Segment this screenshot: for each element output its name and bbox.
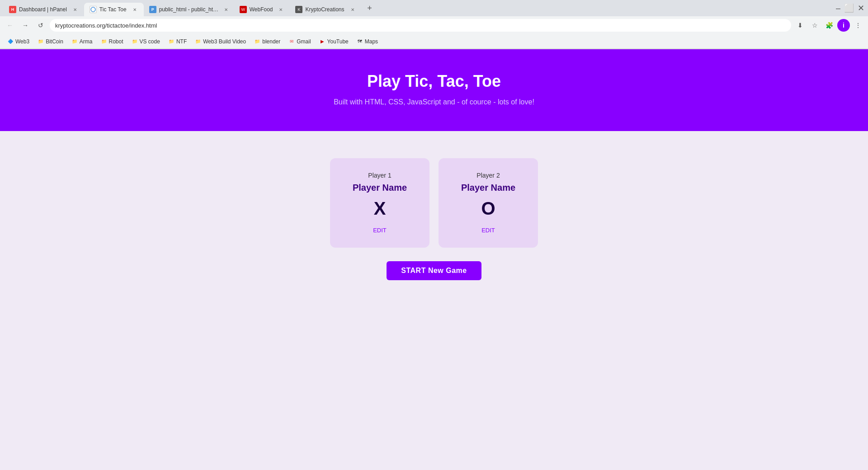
close-window-button[interactable]: ✕ bbox=[858, 3, 864, 13]
tab-favicon-webfood: W bbox=[240, 6, 247, 13]
bookmark-gmail[interactable]: ✉ Gmail bbox=[285, 37, 314, 47]
bookmark-bitcoin[interactable]: 📁 BitCoin bbox=[34, 37, 67, 47]
tab-favicon-tictactoe bbox=[90, 6, 97, 13]
page-title: Play Tic, Tac, Toe bbox=[0, 72, 868, 91]
forward-button[interactable]: → bbox=[19, 19, 32, 32]
tab-close-krypto[interactable]: ✕ bbox=[349, 6, 356, 13]
bookmark-label-web3-video: Web3 Build Video bbox=[203, 38, 246, 45]
bookmark-label-vscode: VS code bbox=[140, 38, 160, 45]
extension-icon-puzzle[interactable]: 🧩 bbox=[823, 19, 835, 32]
bookmark-label-maps: Maps bbox=[365, 38, 378, 45]
bookmark-web3[interactable]: 🔷 Web3 bbox=[4, 37, 33, 47]
player1-edit-button[interactable]: EDIT bbox=[373, 227, 387, 234]
svg-point-0 bbox=[91, 7, 95, 12]
address-input[interactable] bbox=[50, 19, 791, 32]
bookmark-blender[interactable]: 📁 blender bbox=[250, 37, 284, 47]
bookmark-youtube[interactable]: ▶ YouTube bbox=[316, 37, 352, 47]
bookmark-label-youtube: YouTube bbox=[327, 38, 349, 45]
toolbar-icons: ⬇ ☆ 🧩 i ⋮ bbox=[794, 19, 864, 32]
reload-button[interactable]: ↺ bbox=[34, 19, 47, 32]
maximize-button[interactable]: ⬜ bbox=[844, 3, 854, 13]
player1-name: Player Name bbox=[348, 183, 411, 193]
bookmark-favicon-vscode: 📁 bbox=[132, 38, 138, 45]
tab-webfood[interactable]: W WebFood ✕ bbox=[234, 3, 290, 16]
tab-tictactoe[interactable]: Tic Tac Toe ✕ bbox=[84, 3, 144, 16]
bookmark-favicon-bitcoin: 📁 bbox=[38, 38, 44, 45]
tab-close-tictactoe[interactable]: ✕ bbox=[131, 6, 138, 13]
player2-label: Player 2 bbox=[457, 172, 520, 179]
bookmark-label-bitcoin: BitCoin bbox=[46, 38, 63, 45]
tab-title-filemanager: public_html - public_html - publ... bbox=[159, 6, 219, 13]
back-button[interactable]: ← bbox=[4, 19, 16, 32]
bookmark-favicon-gmail: ✉ bbox=[288, 38, 295, 45]
profile-icon[interactable]: i bbox=[837, 19, 850, 32]
tab-close-webfood[interactable]: ✕ bbox=[277, 6, 284, 13]
bookmark-favicon-robot: 📁 bbox=[101, 38, 107, 45]
tab-close-hpanel[interactable]: ✕ bbox=[71, 6, 79, 13]
bookmark-favicon-web3: 🔷 bbox=[7, 38, 14, 45]
players-container: Player 1 Player Name X EDIT Player 2 Pla… bbox=[330, 158, 538, 248]
bookmark-favicon-web3-video: 📁 bbox=[195, 38, 201, 45]
page-subtitle: Built with HTML, CSS, JavaScript and - o… bbox=[0, 98, 868, 106]
player2-name: Player Name bbox=[457, 183, 520, 193]
player2-edit-button[interactable]: EDIT bbox=[481, 227, 495, 234]
window-controls: – ⬜ ✕ bbox=[836, 3, 864, 13]
bookmark-favicon-arma: 📁 bbox=[71, 38, 78, 45]
bookmark-label-ntf: NTF bbox=[176, 38, 187, 45]
bookmark-maps[interactable]: 🗺 Maps bbox=[353, 37, 382, 47]
bookmark-favicon-ntf: 📁 bbox=[168, 38, 175, 45]
tab-title-hpanel: Dashboard | hPanel bbox=[19, 6, 67, 13]
bookmark-star-icon[interactable]: ☆ bbox=[808, 19, 821, 32]
bookmark-web3-video[interactable]: 📁 Web3 Build Video bbox=[191, 37, 250, 47]
browser-chrome: H Dashboard | hPanel ✕ Tic Tac Toe ✕ P p… bbox=[0, 0, 868, 49]
player2-card: Player 2 Player Name O EDIT bbox=[439, 158, 538, 248]
tab-favicon-filemanager: P bbox=[149, 6, 156, 13]
tab-favicon-krypto: K bbox=[295, 6, 302, 13]
minimize-button[interactable]: – bbox=[836, 4, 840, 13]
player1-label: Player 1 bbox=[348, 172, 411, 179]
bookmark-label-arma: Arma bbox=[80, 38, 93, 45]
new-tab-button[interactable]: + bbox=[363, 2, 376, 14]
bookmark-label-robot: Robot bbox=[109, 38, 123, 45]
bookmark-robot[interactable]: 📁 Robot bbox=[97, 37, 127, 47]
bookmark-favicon-maps: 🗺 bbox=[357, 38, 363, 45]
bookmark-favicon-blender: 📁 bbox=[254, 38, 260, 45]
bookmark-label-blender: blender bbox=[262, 38, 280, 45]
bookmark-label-web3: Web3 bbox=[15, 38, 29, 45]
page-content: Player 1 Player Name X EDIT Player 2 Pla… bbox=[0, 131, 868, 447]
bookmark-arma[interactable]: 📁 Arma bbox=[68, 37, 96, 47]
tab-title-krypto: KryptoCreations bbox=[305, 6, 344, 13]
player1-symbol: X bbox=[348, 198, 411, 219]
bookmark-ntf[interactable]: 📁 NTF bbox=[165, 37, 190, 47]
tab-close-filemanager[interactable]: ✕ bbox=[223, 6, 229, 13]
page-header: Play Tic, Tac, Toe Built with HTML, CSS,… bbox=[0, 49, 868, 131]
tab-favicon-hpanel: H bbox=[9, 6, 16, 13]
tab-hpanel[interactable]: H Dashboard | hPanel ✕ bbox=[4, 3, 84, 16]
bookmark-vscode[interactable]: 📁 VS code bbox=[128, 37, 164, 47]
start-new-game-button[interactable]: START New Game bbox=[387, 261, 481, 280]
tab-filemanager[interactable]: P public_html - public_html - publ... ✕ bbox=[144, 3, 234, 16]
tab-bar: H Dashboard | hPanel ✕ Tic Tac Toe ✕ P p… bbox=[0, 0, 868, 16]
download-icon[interactable]: ⬇ bbox=[794, 19, 807, 32]
tab-krypto[interactable]: K KryptoCreations ✕ bbox=[290, 3, 361, 16]
address-bar-row: ← → ↺ ⬇ ☆ 🧩 i ⋮ bbox=[0, 16, 868, 34]
menu-icon[interactable]: ⋮ bbox=[852, 19, 864, 32]
tab-title-tictactoe: Tic Tac Toe bbox=[99, 6, 127, 13]
bookmark-label-gmail: Gmail bbox=[297, 38, 311, 45]
bookmark-favicon-youtube: ▶ bbox=[319, 38, 326, 45]
bookmarks-bar: 🔷 Web3 📁 BitCoin 📁 Arma 📁 Robot 📁 VS cod… bbox=[0, 34, 868, 49]
player1-card: Player 1 Player Name X EDIT bbox=[330, 158, 429, 248]
player2-symbol: O bbox=[457, 198, 520, 219]
tab-title-webfood: WebFood bbox=[250, 6, 273, 13]
